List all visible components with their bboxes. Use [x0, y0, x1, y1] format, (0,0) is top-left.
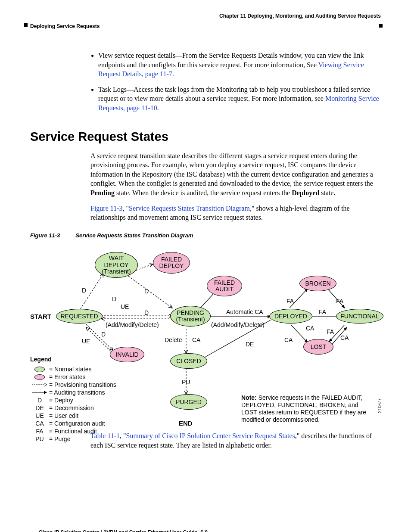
note-text: Service requests in the FAILED AUDIT, DE…	[241, 394, 366, 423]
bullet-list: View service request details—From the Se…	[90, 51, 381, 113]
state-wait-deploy: WAIT DEPLOY (Transient)	[95, 252, 138, 278]
section-title: Deploying Service Requests	[30, 23, 100, 29]
paragraph: Figure 11-3, "Service Requests States Tr…	[90, 204, 381, 222]
legend-row: PU= Purge	[30, 435, 116, 443]
link-table-title[interactable]: Summary of Cisco IP Solution Center Serv…	[126, 432, 295, 439]
legend-row: = Provisioning transitions	[30, 381, 116, 389]
state-lost: LOST	[303, 339, 333, 355]
edge-label: D	[82, 286, 86, 295]
edge-label: FA	[319, 308, 326, 316]
figure-caption: Figure 11-3Service Requests States Trans…	[30, 232, 381, 240]
figure-title: Service Requests States Transition Diagr…	[75, 232, 193, 239]
chapter-title: Chapter 11 Deploying, Monitoring, and Au…	[219, 13, 381, 19]
svg-line-14	[291, 325, 308, 342]
edge-label: D	[144, 309, 149, 317]
state-functional: FUNCTIONAL	[336, 309, 383, 324]
state-closed: CLOSED	[170, 353, 207, 369]
legend: Legend = Normal states = Error states = …	[30, 355, 116, 443]
legend-row: D= Deploy	[30, 396, 116, 404]
page-footer: Cisco IP Solution Center L2VPN and Carri…	[30, 529, 381, 532]
edge-label: UE	[82, 337, 90, 345]
edge-label: Automatic CA	[226, 308, 263, 316]
figure-id: 210677	[377, 398, 383, 413]
body-text: state.	[319, 189, 335, 196]
legend-row: FA= Functional audit	[30, 427, 116, 435]
state-requested: REQUESTED	[56, 309, 103, 324]
edge-label: FA	[336, 297, 343, 305]
state-purged: PURGED	[170, 394, 207, 410]
body-text: .	[172, 70, 174, 78]
edge-label: UE	[121, 303, 129, 311]
term-pending: Pending	[90, 189, 115, 196]
legend-row: CA= Configuration audit	[30, 420, 116, 427]
body-text: , "	[120, 432, 126, 439]
body-text: .	[157, 104, 159, 112]
edge-label: PU	[182, 378, 190, 386]
edge-label: FA	[286, 297, 294, 305]
page-header: Chapter 11 Deploying, Monitoring, and Au…	[30, 13, 381, 34]
link-figure-title[interactable]: Service Requests States Transition Diagr…	[129, 205, 250, 212]
edge-label: DE	[246, 340, 254, 348]
edge-label: (Add/Modify/Delete)	[211, 321, 265, 329]
end-label: END	[179, 419, 193, 428]
paragraph: Table 11-1, "Summary of Cisco IP Solutio…	[90, 431, 381, 450]
edge-label: FA	[327, 328, 334, 336]
link-figure-11-3[interactable]: Figure 11-3	[90, 205, 123, 212]
legend-row: DE= Decommission	[30, 404, 116, 412]
state-diagram: START END WAIT DEPLOY (Transient) FAILED…	[30, 243, 381, 429]
edge-label: CA	[340, 334, 349, 342]
edge-label: Delete	[165, 336, 182, 344]
edge-label: CA	[284, 336, 293, 344]
bullet-item: View service request details—From the Se…	[98, 51, 381, 79]
body-text: , "	[123, 205, 129, 212]
edge-label: D	[144, 287, 149, 296]
note-label: Note:	[241, 394, 257, 401]
footer-doc-title: Cisco IP Solution Center L2VPN and Carri…	[39, 529, 208, 532]
state-failed-audit: FAILED AUDIT	[207, 276, 242, 296]
svg-line-2	[128, 276, 172, 308]
edge-label: CA	[192, 336, 200, 344]
term-deployed: Deployed	[292, 189, 319, 196]
body-text: state. When the device is audited, the s…	[115, 189, 292, 196]
bullet-item: Task Logs—Access the task logs from the …	[98, 85, 381, 113]
header-marker-left	[24, 23, 28, 27]
state-failed-deploy: FAILED DEPLOY	[153, 252, 190, 274]
state-broken: BROKEN	[299, 276, 336, 291]
body-text: A service request transition state descr…	[90, 152, 373, 187]
state-deployed: DEPLOYED	[269, 309, 312, 324]
state-pending: PENDING (Transient)	[170, 306, 211, 327]
legend-row: = Error states	[30, 373, 116, 381]
legend-row: UE= User edit	[30, 412, 116, 420]
edge-label: D	[101, 330, 106, 339]
edge-label: (Add/Modify/Delete)	[106, 321, 159, 329]
legend-row: = Normal states	[30, 365, 116, 373]
figure-number: Figure 11-3	[30, 232, 60, 239]
paragraph: A service request transition state descr…	[90, 151, 381, 198]
start-label: START	[30, 312, 51, 321]
legend-title: Legend	[30, 355, 116, 364]
legend-row: = Auditing transitions	[30, 389, 116, 396]
edge-label: D	[112, 295, 116, 303]
diagram-note: Note: Service requests in the FAILED AUD…	[241, 394, 371, 423]
header-marker-right	[379, 24, 383, 28]
edge-label: CA	[306, 324, 314, 333]
heading-service-request-states: Service Request States	[30, 128, 381, 145]
